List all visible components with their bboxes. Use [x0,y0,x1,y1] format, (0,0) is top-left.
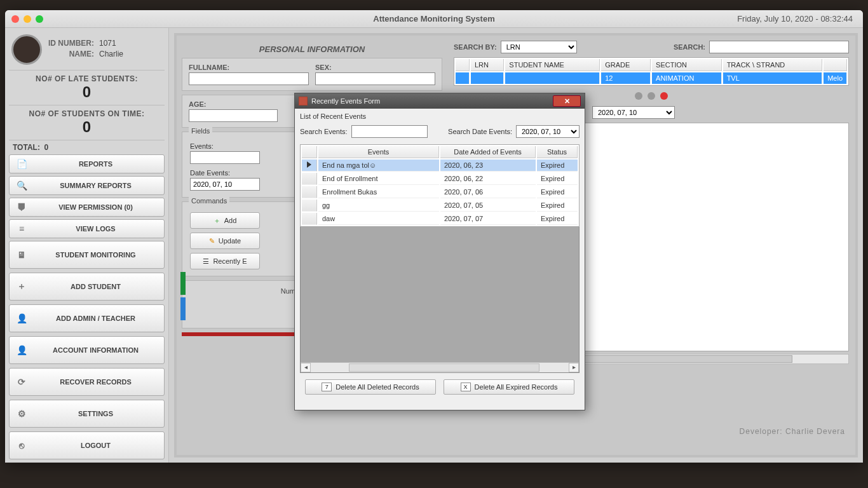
date-select[interactable]: 2020, 07, 10 [592,106,675,119]
gear-icon: ⚙ [15,409,29,419]
col-track: TRACK \ STRAND [723,59,823,71]
late-value: 0 [9,83,165,101]
modal-titlebar[interactable]: Recently Events Form ✕ [295,93,585,109]
minimize-window-icon[interactable] [24,15,31,23]
dot-1[interactable] [635,92,642,100]
reports-button[interactable]: 📄REPORTS [9,154,165,173]
table-row[interactable]: 12 ANIMATION TVL Melo [456,72,847,84]
settings-button[interactable]: ⚙SETTINGS [9,400,165,428]
grid-hscroll[interactable]: ◂ ▸ [301,362,579,372]
scroll-left-icon[interactable]: ◂ [301,363,311,372]
account-info-button[interactable]: 👤ACCOUNT INFORMATION [9,336,165,364]
summary-reports-button[interactable]: 🔍SUMMARY REPORTS [9,176,165,195]
app-title: Attendance Monitoring System [373,14,494,24]
total-value: 0 [44,143,49,152]
account-icon: 👤 [15,345,29,355]
scroll-right-icon[interactable]: ▸ [569,363,579,372]
report-icon: 📄 [15,159,29,169]
developer-label: Developer: Charlie Devera [740,427,845,436]
close-window-icon[interactable] [11,15,19,23]
sex-input[interactable] [315,72,435,85]
modal-close-button[interactable]: ✕ [553,95,581,107]
list-icon: ☰ [203,257,209,266]
grid-empty-area: ◂ ▸ [300,227,580,373]
grid-row[interactable]: daw2020, 07, 07Expired [302,213,578,225]
blue-strip [180,297,186,320]
modal-app-icon [299,97,308,105]
col-date-added: Date Added of Events [440,146,536,158]
recover-records-button[interactable]: ⟳RECOVER RECORDS [9,368,165,396]
logs-icon: ≡ [15,224,29,234]
view-permission-button[interactable]: ⛊VIEW PERMISSION (0) [9,198,165,217]
grid-header-row: Events Date Added of Events Status [302,146,578,158]
recently-events-button[interactable]: ☰Recently E [190,253,260,269]
table-header-row: LRN STUDENT NAME GRADE SECTION TRACK \ S… [456,59,847,71]
grid-row[interactable]: End of Enrollment2020, 06, 22Expired [302,173,578,185]
modal-title-text: Recently Events Form [311,97,380,105]
events-input[interactable] [190,151,260,164]
ontime-value: 0 [9,118,165,136]
dot-3[interactable] [660,92,668,100]
permission-icon: ⛊ [15,202,29,212]
student-monitoring-button[interactable]: 🖥STUDENT MONITORING [9,241,165,269]
students-table[interactable]: LRN STUDENT NAME GRADE SECTION TRACK \ S… [454,57,849,86]
recover-icon: ⟳ [15,377,29,387]
summary-icon: 🔍 [15,180,29,191]
add-student-icon: ＋ [15,281,29,292]
commands-legend: Commands [189,197,229,205]
sex-label: SEX: [315,64,435,71]
datetime-label: Friday, July 10, 2020 - 08:32:44 [737,14,853,24]
grid-row[interactable]: End na mga tol☺2020, 06, 23Expired [302,159,578,172]
modal-caption: List of Recent Events [300,112,580,120]
view-logs-button[interactable]: ≡VIEW LOGS [9,219,165,238]
grid-row[interactable]: Enrollment Bukas2020, 07, 06Expired [302,186,578,198]
col-section: SECTION [652,59,722,71]
name-label: NAME: [48,50,94,58]
search-date-events-label: Search Date Events: [448,128,512,135]
personal-info-header: PERSONAL INFORMATION [182,41,442,58]
id-label: ID NUMBER: [48,39,94,48]
dot-2[interactable] [648,92,655,100]
add-admin-button[interactable]: 👤ADD ADMIN / TEACHER [9,304,165,332]
search-label: SEARCH: [674,43,705,51]
titlebar: Attendance Monitoring System Friday, Jul… [5,10,863,28]
maximize-window-icon[interactable] [36,15,43,23]
delete-expired-icon: X [461,383,471,391]
age-input[interactable] [189,109,278,122]
search-by-label: SEARCH BY: [454,43,497,51]
sidebar: ID NUMBER:1071 NAME:Charlie NO# OF LATE … [5,28,169,463]
add-student-button[interactable]: ＋ADD STUDENT [9,273,165,301]
add-button[interactable]: ＋Add [190,212,260,229]
green-strip [180,272,186,295]
search-events-label: Search Events: [300,128,348,135]
row-pointer-icon [307,161,311,168]
fields-legend: Fields [189,127,212,135]
fullname-input[interactable] [189,72,309,85]
col-lrn: LRN [471,59,504,71]
delete-expired-button[interactable]: X Delete All Expired Records [444,379,574,395]
events-grid[interactable]: Events Date Added of Events Status End n… [300,144,580,227]
name-value: Charlie [99,50,123,58]
grid-row[interactable]: gg2020, 07, 05Expired [302,200,578,212]
delete-deleted-button[interactable]: 7 Delete All Deleted Records [305,379,436,395]
add-admin-icon: 👤 [15,313,29,323]
logout-icon: ⎋ [15,440,29,451]
col-status: Status [537,146,578,158]
window-controls [11,15,43,23]
col-grade: GRADE [601,59,651,71]
pencil-icon: ✎ [209,237,215,245]
update-button[interactable]: ✎Update [190,233,260,249]
col-events: Events [318,146,439,158]
search-events-input[interactable] [351,125,428,138]
search-date-events-select[interactable]: 2020, 07, 10 [516,125,580,138]
logout-button[interactable]: ⎋LOGOUT [9,431,165,459]
search-by-select[interactable]: LRN [501,41,577,53]
search-input[interactable] [709,41,849,53]
avatar [11,34,42,65]
col-name: STUDENT NAME [505,59,600,71]
profile-block: ID NUMBER:1071 NAME:Charlie [9,32,165,70]
date-events-input[interactable] [190,178,260,191]
id-value: 1071 [99,39,116,48]
app-window: Attendance Monitoring System Friday, Jul… [5,10,863,463]
ontime-label: NO# OF STUDENTS ON TIME: [9,109,165,118]
